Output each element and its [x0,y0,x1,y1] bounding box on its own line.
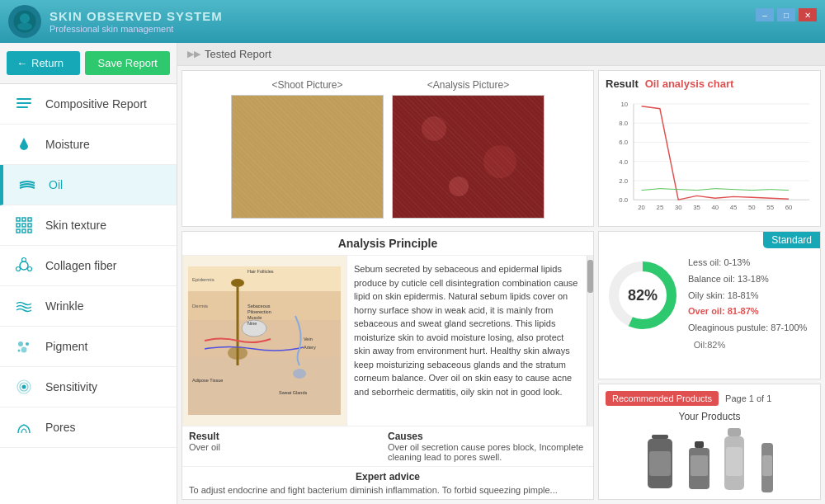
svg-rect-7 [22,218,26,221]
svg-text:Sweat Glands: Sweat Glands [279,390,307,395]
gauge-content: 82% Less oil: 0-13% Balance oil: 13-18% … [606,255,813,337]
skin-diagram-container: Epidermis Dermis Hair Follicles S [182,256,347,426]
svg-text:Piloerection: Piloerection [248,309,271,314]
standard-badge: Standard [763,232,820,248]
expert-label: Expert advice [189,471,587,483]
svg-text:Vein: Vein [304,337,313,341]
sidebar-label-skin-texture: Skin texture [45,219,106,232]
svg-rect-13 [22,229,26,233]
sidebar-item-pores[interactable]: Pores [0,407,177,448]
stat-2: Oily skin: 18-81% [688,288,807,304]
result-value: Over oil [189,442,388,452]
return-button[interactable]: ← Return [7,51,80,75]
analysis-label: <Analysis Picture> [392,79,544,91]
oil-stats: Less oil: 0-13% Balance oil: 13-18% Oily… [688,255,807,337]
svg-rect-12 [16,229,20,233]
svg-rect-94 [762,455,772,476]
oil-caption: Oil:82% [606,340,813,350]
svg-text:55: 55 [766,204,774,211]
svg-text:0.0: 0.0 [619,196,628,204]
sidebar-item-collagen[interactable]: Collagen fiber [0,246,177,286]
svg-point-21 [21,347,27,353]
svg-rect-37 [188,357,341,415]
sidebar-actions: ← Return Save Report [0,43,177,84]
expert-section: Expert advice To adjust endocrine and fi… [182,466,593,499]
svg-text:2.0: 2.0 [619,177,628,185]
return-label: Return [31,57,64,69]
svg-rect-4 [16,102,31,104]
skin-texture-icon [12,214,35,237]
breadcrumb-label: Tested Report [205,48,271,60]
sidebar-item-skin-texture[interactable]: Skin texture [0,205,177,246]
svg-text:40: 40 [711,204,719,211]
products-section: Recommended Products Page 1 of 1 Your Pr… [598,384,821,500]
svg-rect-10 [22,224,26,227]
compositive-icon [12,92,35,115]
product-2 [685,439,714,492]
app-subtitle: Professional skin management [50,24,223,34]
svg-rect-8 [28,218,31,221]
skin-word: SKIN OBSERVED SYSTEM [50,9,223,23]
sidebar-item-compositive[interactable]: Compositive Report [0,84,177,125]
sidebar-item-wrinkle[interactable]: Wrinkle [0,286,177,327]
analysis-section: Analysis Principle [182,231,594,500]
svg-point-22 [18,350,21,352]
svg-text:35: 35 [693,204,700,211]
shoot-label: <Shoot Picture> [231,79,384,91]
save-label: Save Report [98,57,158,69]
wrinkle-icon [12,294,35,318]
sensitivity-icon [12,375,35,398]
svg-rect-29 [393,96,544,219]
breadcrumb-icon: ▶▶ [187,49,200,59]
analysis-text[interactable]: Sebum secreted by sebaceous and epiderma… [347,256,587,426]
sidebar-item-sensitivity[interactable]: Sensitivity [0,367,177,407]
sidebar-label-pores: Pores [45,421,76,434]
svg-text:Hair Follicles: Hair Follicles [248,269,274,274]
save-report-button[interactable]: Save Report [85,51,170,75]
moisture-icon [12,133,35,156]
sidebar-item-pigment[interactable]: Pigment [0,327,177,367]
product-1 [639,431,681,492]
svg-point-19 [18,341,23,346]
sidebar-label-compositive: Compositive Report [45,97,147,111]
sidebar-label-collagen: Collagen fiber [45,259,116,272]
svg-text:Artery: Artery [304,345,316,350]
svg-point-20 [26,342,29,346]
svg-rect-26 [232,96,384,219]
pigment-icon [12,335,35,358]
svg-text:6.0: 6.0 [619,139,628,146]
right-panel: Result Oil analysis chart [598,70,821,500]
close-button[interactable]: ✕ [799,8,817,21]
svg-point-18 [16,267,21,271]
svg-text:Nine: Nine [248,321,257,326]
sidebar: ← Return Save Report Compositive Report … [0,43,177,504]
left-panel: <Shoot Picture> <Analysis Picture> [182,70,594,500]
causes-value: Over oil secretion cause pores block, In… [388,442,587,462]
chart-header: Result Oil analysis chart [606,78,813,90]
svg-point-2 [17,23,32,31]
svg-point-31 [483,145,516,178]
svg-point-32 [449,177,469,196]
svg-point-17 [28,267,32,271]
sidebar-item-oil[interactable]: Oil [0,165,177,205]
scrollbar-thumb[interactable] [587,260,593,293]
svg-text:8.0: 8.0 [619,120,628,127]
svg-rect-92 [726,447,742,476]
analysis-body: Epidermis Dermis Hair Follicles S [182,256,593,426]
result-causes: Result Over oil Causes Over oil secretio… [182,426,593,466]
stat-1: Balance oil: 13-18% [688,271,807,288]
svg-rect-14 [28,229,31,233]
svg-point-30 [422,116,446,141]
analysis-scrollbar[interactable] [587,256,593,426]
svg-rect-86 [649,451,671,476]
analysis-title: Analysis Principle [182,232,593,256]
sidebar-item-moisture[interactable]: Moisture [0,125,177,165]
restore-button[interactable]: □ [777,8,795,21]
oil-stats-container: Less oil: 0-13% Balance oil: 13-18% Oily… [688,255,807,337]
svg-text:60: 60 [785,204,793,211]
analysis-picture-container: <Analysis Picture> [392,79,544,219]
minimize-button[interactable]: – [756,8,774,21]
svg-point-25 [22,385,26,389]
svg-rect-90 [728,428,741,436]
result-label: Result [189,431,388,442]
